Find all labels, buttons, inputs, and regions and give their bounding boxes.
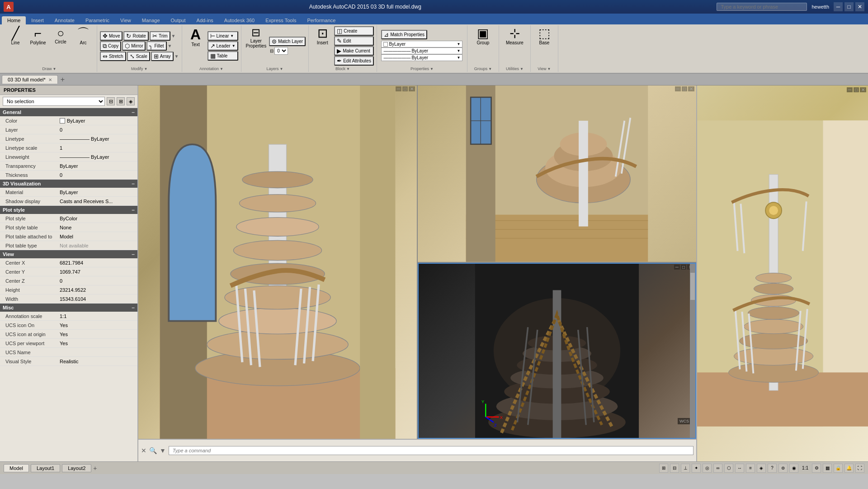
main-vp-minimize[interactable]: ─ xyxy=(396,86,401,91)
main-vp-close[interactable]: ✕ xyxy=(409,86,415,91)
view-group-label[interactable]: View ▼ xyxy=(538,66,551,71)
ortho-icon[interactable]: ⊥ xyxy=(681,464,690,473)
linear-button[interactable]: ⊢Linear▼ xyxy=(208,31,238,41)
right-panel-restore[interactable]: □ xyxy=(854,87,859,92)
misc-collapse-btn[interactable]: – xyxy=(132,304,135,311)
circle-button[interactable]: ○ Circle xyxy=(50,26,71,66)
minimize-button[interactable]: ─ xyxy=(834,2,843,11)
layers-group-label[interactable]: Layers ▼ xyxy=(266,66,283,71)
tab-manage[interactable]: Manage xyxy=(137,16,165,24)
right-panel-minimize[interactable]: ─ xyxy=(847,87,853,92)
base-button[interactable]: ⬚ Base xyxy=(533,26,555,66)
tab-annotate[interactable]: Annotate xyxy=(49,16,80,24)
general-section-header[interactable]: General – xyxy=(0,108,137,116)
array-button[interactable]: ⊞Array xyxy=(151,52,174,61)
color-dropdown[interactable]: ByLayer ▼ xyxy=(381,41,462,47)
add-layout-button[interactable]: + xyxy=(93,465,97,472)
notify-icon[interactable]: 🔔 xyxy=(844,464,854,473)
model-tab[interactable]: Model xyxy=(4,464,29,472)
doc-tab-main[interactable]: 03 3D full model* ✕ xyxy=(2,75,58,84)
tab-express[interactable]: Express Tools xyxy=(260,16,302,24)
group-button[interactable]: ▣ Group xyxy=(472,26,494,66)
polyline-button[interactable]: ⌐ Polyline xyxy=(27,26,49,66)
leader-button[interactable]: ↗Leader▼ xyxy=(208,41,238,51)
make-current-button[interactable]: ▶Make Current xyxy=(334,46,374,56)
trim-button[interactable]: ✂Trim xyxy=(150,31,170,41)
dynucs-icon[interactable]: ⬡ xyxy=(724,464,733,473)
right-panel[interactable]: ─ □ ✕ xyxy=(696,85,868,461)
edit-attributes-button[interactable]: ✒Edit Attributes xyxy=(334,56,374,66)
move-button[interactable]: ✥Move xyxy=(100,31,123,41)
modify-group-label[interactable]: Modify ▼ xyxy=(131,66,147,71)
text-button[interactable]: A Text xyxy=(185,26,207,66)
linetype-dropdown[interactable]: —————— ByLayer ▼ xyxy=(381,47,462,54)
prop-pickadd-btn[interactable]: ⊞ xyxy=(117,97,125,105)
command-input[interactable] xyxy=(169,446,693,455)
close-button[interactable]: ✕ xyxy=(855,2,864,11)
3dvis-section-header[interactable]: 3D Visualization – xyxy=(0,180,137,188)
cmd-dropdown-icon[interactable]: ▼ xyxy=(160,447,166,454)
transparency-icon[interactable]: ◈ xyxy=(757,464,766,473)
cmd-search-icon[interactable]: 🔍 xyxy=(149,447,157,454)
br-vp-minimize[interactable]: ─ xyxy=(674,265,680,270)
search-input[interactable] xyxy=(717,3,807,11)
polar-icon[interactable]: ✦ xyxy=(692,464,701,473)
grid-icon[interactable]: ⊞ xyxy=(659,464,668,473)
insert-button[interactable]: ⊡ Insert xyxy=(311,26,333,66)
maximize-button[interactable]: □ xyxy=(844,2,854,11)
tab-addins[interactable]: Add-ins xyxy=(191,16,219,24)
fillet-button[interactable]: ╮Fillet xyxy=(146,41,166,51)
layout1-tab[interactable]: Layout1 xyxy=(31,464,60,472)
match-properties-button[interactable]: ⊿Match Properties xyxy=(381,30,427,39)
measure-button[interactable]: ⊹ Measure xyxy=(504,26,525,66)
snap-icon[interactable]: ⊟ xyxy=(670,464,679,473)
prop-toggle-btn[interactable]: ⊟ xyxy=(107,97,115,105)
utilities-group-label[interactable]: Utilities ▼ xyxy=(506,66,524,71)
lineweight-dropdown[interactable]: —————— ByLayer ▼ xyxy=(381,54,462,61)
layout2-tab[interactable]: Layout2 xyxy=(62,464,91,472)
mirror-button[interactable]: ⬡Mirror xyxy=(122,41,146,51)
layer-select[interactable]: 0 xyxy=(274,47,288,55)
new-tab-button[interactable]: + xyxy=(58,76,67,84)
tr-vp-close[interactable]: ✕ xyxy=(688,86,694,91)
main-vp-restore[interactable]: □ xyxy=(402,86,408,91)
layer-properties-button[interactable]: ⊟ Layer Properties xyxy=(244,26,269,66)
misc-section-header[interactable]: Misc – xyxy=(0,304,137,312)
general-collapse-btn[interactable]: – xyxy=(132,109,135,115)
prop-select-btn[interactable]: ◈ xyxy=(127,97,135,105)
view-section-header[interactable]: View – xyxy=(0,250,137,258)
annotation-group-label[interactable]: Annotation ▼ xyxy=(199,66,223,71)
lineweight-icon[interactable]: ≡ xyxy=(746,464,755,473)
dyn-icon[interactable]: ↔ xyxy=(735,464,744,473)
workspace-icon[interactable]: ⚙ xyxy=(812,464,821,473)
table-button[interactable]: ▦Table xyxy=(208,51,238,61)
groups-group-label[interactable]: Groups ▼ xyxy=(474,66,492,71)
plotstyle-section-header[interactable]: Plot style – xyxy=(0,206,137,214)
tab-performance[interactable]: Performance xyxy=(302,16,341,24)
match-layer-button[interactable]: ⊜Match Layer xyxy=(269,37,306,46)
scale-button[interactable]: ⤡Scale xyxy=(127,52,150,61)
otrack-icon[interactable]: ∞ xyxy=(713,464,722,473)
tab-insert[interactable]: Insert xyxy=(26,16,49,24)
right-panel-close[interactable]: ✕ xyxy=(860,87,866,92)
tab-parametric[interactable]: Parametric xyxy=(80,16,115,24)
viewport-scrollbar[interactable] xyxy=(690,264,695,438)
draw-group-label[interactable]: Draw ▼ xyxy=(42,66,57,71)
qp-icon[interactable]: ? xyxy=(768,464,777,473)
tab-output[interactable]: Output xyxy=(165,16,191,24)
stretch-button[interactable]: ⇔Stretch xyxy=(100,52,126,61)
copy-button[interactable]: ⧉Copy xyxy=(100,41,121,51)
plotstyle-collapse-btn[interactable]: – xyxy=(132,207,135,213)
tab-autodesk360[interactable]: Autodesk 360 xyxy=(219,16,260,24)
tr-vp-restore[interactable]: □ xyxy=(682,86,687,91)
view-collapse-btn[interactable]: – xyxy=(132,251,135,257)
tab-home[interactable]: Home xyxy=(2,16,26,24)
line-button[interactable]: ╱ Line xyxy=(5,26,26,66)
rotate-button[interactable]: ↻Rotate xyxy=(123,31,148,41)
br-vp-restore[interactable]: □ xyxy=(681,265,686,270)
lock-icon[interactable]: 🔒 xyxy=(834,464,843,473)
tab-view[interactable]: View xyxy=(115,16,137,24)
viewport-top-right[interactable]: ─ □ ✕ xyxy=(418,85,696,262)
anno-monitor-icon[interactable]: ◉ xyxy=(789,464,798,473)
sel-cycling-icon[interactable]: ⊚ xyxy=(778,464,788,473)
